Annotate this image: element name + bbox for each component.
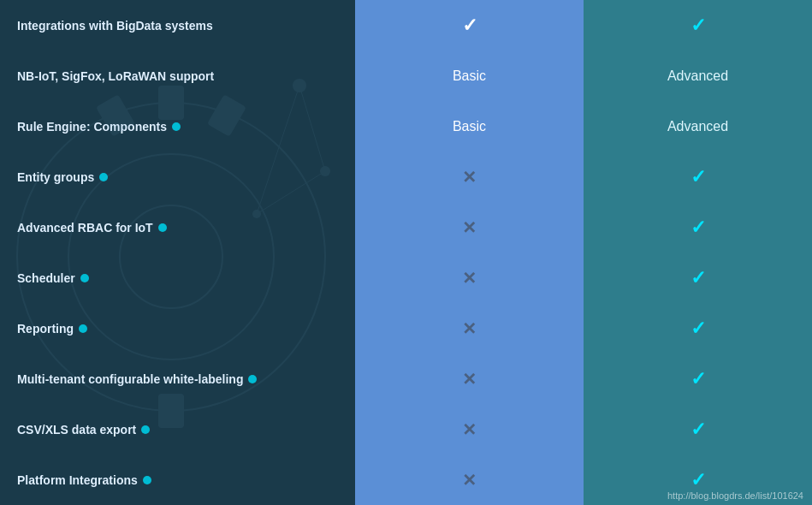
basic-cell: Basic xyxy=(355,101,584,152)
info-dot-icon xyxy=(172,122,181,131)
check-icon-teal: ✓ xyxy=(690,15,706,36)
check-icon: ✓ xyxy=(462,15,477,36)
feature-name-text: Entity groups xyxy=(17,170,94,184)
feature-name-text: Multi-tenant configurable white-labeling xyxy=(17,372,243,386)
check-icon-teal: ✓ xyxy=(690,368,706,389)
advanced-cell: ✓ xyxy=(584,404,812,454)
advanced-cell: ✓ xyxy=(584,202,812,253)
cross-icon: ✕ xyxy=(462,168,477,187)
feature-cell: Scheduler xyxy=(0,253,355,303)
advanced-cell: ✓ xyxy=(584,354,812,404)
feature-cell: Entity groups xyxy=(0,152,355,202)
table-row: Rule Engine: ComponentsBasicAdvanced xyxy=(0,101,812,152)
cross-icon: ✕ xyxy=(462,319,477,338)
cross-icon: ✕ xyxy=(462,420,477,439)
feature-name-text: Reporting xyxy=(17,322,74,336)
feature-cell: Platform Integrations xyxy=(0,454,355,505)
table-row: Advanced RBAC for IoT✕✓ xyxy=(0,202,812,253)
info-dot-icon xyxy=(158,223,167,232)
feature-cell: Reporting xyxy=(0,303,355,354)
feature-name-text: NB-IoT, SigFox, LoRaWAN support xyxy=(17,69,214,83)
feature-cell: Rule Engine: Components xyxy=(0,101,355,152)
table-row: NB-IoT, SigFox, LoRaWAN supportBasicAdva… xyxy=(0,50,812,101)
feature-name-text: Rule Engine: Components xyxy=(17,120,167,134)
check-icon-teal: ✓ xyxy=(690,469,706,490)
check-icon-teal: ✓ xyxy=(690,419,706,440)
cross-icon: ✕ xyxy=(462,471,477,490)
check-icon-teal: ✓ xyxy=(690,217,706,238)
basic-text-label: Basic xyxy=(453,68,486,83)
info-dot-icon xyxy=(143,476,151,484)
advanced-text-label: Advanced xyxy=(667,68,728,83)
comparison-table: Integrations with BigData systems✓✓NB-Io… xyxy=(0,0,812,505)
advanced-cell: ✓ xyxy=(584,253,812,303)
basic-cell: ✕ xyxy=(355,202,584,253)
info-dot-icon xyxy=(99,173,108,181)
feature-cell: Multi-tenant configurable white-labeling xyxy=(0,354,355,404)
basic-cell: ✕ xyxy=(355,404,584,454)
table-row: Reporting✕✓ xyxy=(0,303,812,354)
basic-cell: ✕ xyxy=(355,253,584,303)
feature-cell: Integrations with BigData systems xyxy=(0,0,355,50)
advanced-text-label: Advanced xyxy=(667,119,728,134)
basic-cell: Basic xyxy=(355,50,584,101)
cross-icon: ✕ xyxy=(462,269,477,288)
table-row: Integrations with BigData systems✓✓ xyxy=(0,0,812,50)
advanced-cell: ✓ xyxy=(584,0,812,50)
feature-cell: NB-IoT, SigFox, LoRaWAN support xyxy=(0,50,355,101)
cross-icon: ✕ xyxy=(462,370,477,389)
table-row: Scheduler✕✓ xyxy=(0,253,812,303)
feature-name-text: Advanced RBAC for IoT xyxy=(17,221,153,235)
basic-cell: ✓ xyxy=(355,0,584,50)
check-icon-teal: ✓ xyxy=(690,166,706,187)
basic-cell: ✕ xyxy=(355,354,584,404)
feature-cell: CSV/XLS data export xyxy=(0,404,355,454)
info-dot-icon xyxy=(79,324,87,333)
feature-cell: Advanced RBAC for IoT xyxy=(0,202,355,253)
basic-cell: ✕ xyxy=(355,152,584,202)
feature-name-text: CSV/XLS data export xyxy=(17,423,136,437)
basic-cell: ✕ xyxy=(355,303,584,354)
check-icon-teal: ✓ xyxy=(690,318,706,339)
basic-cell: ✕ xyxy=(355,454,584,505)
info-dot-icon xyxy=(80,274,89,282)
cross-icon: ✕ xyxy=(462,218,477,237)
table-row: Entity groups✕✓ xyxy=(0,152,812,202)
feature-name-text: Platform Integrations xyxy=(17,473,138,487)
advanced-cell: ✓ xyxy=(584,152,812,202)
feature-name-text: Integrations with BigData systems xyxy=(17,19,213,33)
info-dot-icon xyxy=(248,375,257,383)
advanced-cell: Advanced xyxy=(584,50,812,101)
basic-text-label: Basic xyxy=(453,119,486,134)
table-row: Multi-tenant configurable white-labeling… xyxy=(0,354,812,404)
advanced-cell: ✓ xyxy=(584,303,812,354)
advanced-cell: Advanced xyxy=(584,101,812,152)
check-icon-teal: ✓ xyxy=(690,267,706,288)
url-bar: http://blog.blogdrs.de/list/101624 xyxy=(667,490,803,501)
table-row: CSV/XLS data export✕✓ xyxy=(0,404,812,454)
feature-name-text: Scheduler xyxy=(17,271,75,285)
info-dot-icon xyxy=(141,425,150,434)
